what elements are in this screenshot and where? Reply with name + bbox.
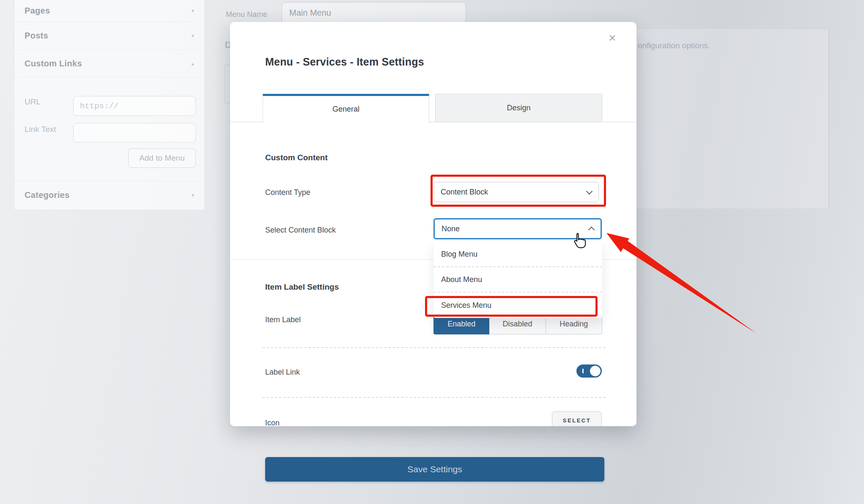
red-highlight-services-menu (425, 296, 598, 317)
select-content-block-select[interactable]: None (433, 218, 602, 239)
tab-general[interactable]: General (263, 94, 429, 123)
sidebar-item-categories[interactable]: Categories ▾ (14, 181, 204, 209)
sidebar-item-label: Categories (25, 190, 69, 200)
custom-links-section: URL https:// Link Text Add to Menu (14, 77, 203, 181)
background-panel-right (636, 28, 829, 208)
chevron-down-icon: ▾ (191, 33, 194, 39)
menu-name-label: Menu Name (226, 10, 267, 19)
url-label: URL (25, 97, 41, 107)
sidebar-panel: Pages ▾ Posts ▾ Custom Links ▴ URL https… (14, 0, 205, 210)
modal-title: Menu - Services - Item Settings (265, 56, 424, 68)
close-icon[interactable]: ✕ (605, 30, 620, 46)
select-content-block-label: Select Content Block (265, 226, 336, 235)
save-settings-button[interactable]: Save Settings (265, 457, 604, 482)
toggle-on-tick (582, 369, 584, 373)
chevron-down-icon: ▾ (191, 192, 194, 198)
tab-design[interactable]: Design (435, 94, 602, 122)
icon-label: Icon (265, 419, 280, 426)
content-type-label: Content Type (265, 188, 310, 197)
dashed-divider (262, 397, 606, 398)
chevron-up-icon (588, 227, 595, 233)
menu-name-input[interactable]: Main Menu (282, 2, 466, 23)
item-settings-modal: ✕ Menu - Services - Item Settings Genera… (230, 22, 636, 426)
item-label-settings-heading: Item Label Settings (265, 282, 339, 292)
background-text-right: onfiguration options. (638, 41, 710, 50)
label-link-label: Label Link (265, 368, 300, 377)
tab-label: General (332, 105, 359, 114)
sidebar-item-pages[interactable]: Pages ▾ (14, 0, 204, 22)
url-input[interactable]: https:// (73, 96, 196, 116)
toggle-knob (590, 366, 601, 376)
link-text-label: Link Text (25, 125, 56, 134)
dashed-divider (262, 347, 606, 348)
chevron-down-icon: ▾ (191, 8, 194, 14)
menu-name-value: Main Menu (289, 8, 331, 18)
custom-content-heading: Custom Content (265, 153, 328, 162)
select-content-block-value: None (442, 225, 460, 233)
item-label-label: Item Label (265, 315, 301, 324)
dropdown-option-about-menu[interactable]: About Menu (433, 267, 602, 293)
url-placeholder: https:// (80, 101, 118, 111)
label-link-toggle[interactable] (576, 364, 602, 378)
add-to-menu-button[interactable]: Add to Menu (128, 148, 196, 168)
sidebar-item-custom-links[interactable]: Custom Links ▴ (14, 50, 204, 77)
chevron-up-icon: ▴ (191, 60, 194, 67)
sidebar-item-label: Posts (25, 31, 48, 41)
dropdown-option-blog-menu[interactable]: Blog Menu (433, 242, 602, 267)
link-text-input[interactable] (73, 123, 196, 142)
red-highlight-content-type (431, 175, 606, 207)
tab-label: Design (507, 104, 530, 112)
sidebar-item-label: Pages (25, 6, 50, 16)
sidebar-item-posts[interactable]: Posts ▾ (14, 22, 204, 50)
sidebar-item-label: Custom Links (25, 59, 82, 68)
icon-select-button[interactable]: SELECT (552, 411, 602, 426)
